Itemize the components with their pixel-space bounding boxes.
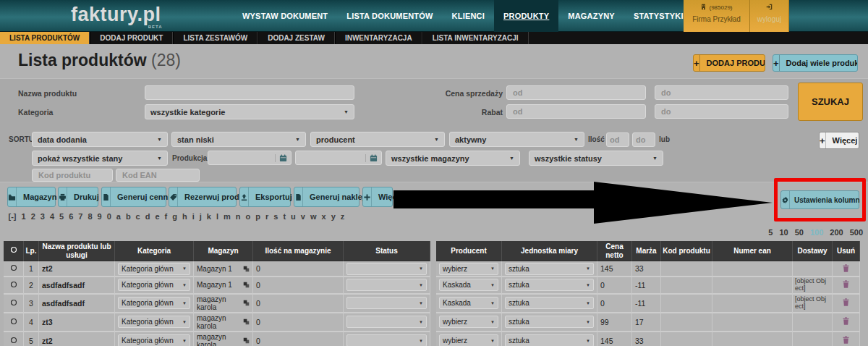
action-button-eksportuj[interactable]: Eksportuj <box>239 187 291 207</box>
page-size-200[interactable]: 200 <box>830 228 843 237</box>
status-select[interactable]: ▼ <box>346 316 427 328</box>
row-radio-button[interactable] <box>10 264 17 271</box>
alphabet-item-7[interactable]: 7 <box>76 212 85 221</box>
sort-select-4[interactable]: aktywny▼ <box>449 132 584 147</box>
page-size-5[interactable]: 5 <box>768 228 773 237</box>
product-name-input[interactable] <box>145 85 354 100</box>
trash-icon[interactable] <box>842 280 850 288</box>
alphabet-item-p[interactable]: p <box>253 212 263 221</box>
trash-icon[interactable] <box>842 317 850 325</box>
category-select[interactable]: Kategoria główn▼ <box>118 334 190 346</box>
tab-dodaj-produkt[interactable]: DODAJ PRODUKT <box>90 32 173 44</box>
action-button-więcej[interactable]: Więcej <box>362 187 393 207</box>
alphabet-item-3[interactable]: 3 <box>38 212 47 221</box>
tab-lista-zestawów[interactable]: LISTA ZESTAWÓW <box>173 32 258 44</box>
nav-item-wystaw-dokument[interactable]: WYSTAW DOKUMENT <box>233 0 337 32</box>
alphabet-item-x[interactable]: x <box>319 212 328 221</box>
discount-to-input[interactable] <box>655 104 788 119</box>
category-select[interactable]: wszystkie kategorie▼ <box>145 104 354 119</box>
alphabet-item-9[interactable]: 9 <box>95 212 104 221</box>
producer-select[interactable]: wybierz▼ <box>439 263 498 275</box>
add-many-products-button[interactable]: + Dodaj wiele produktów <box>773 54 858 72</box>
product-code-input[interactable] <box>32 169 113 182</box>
ean-code-input[interactable] <box>116 169 200 182</box>
logo[interactable]: faktury.pl BETA <box>71 4 161 26</box>
trash-icon[interactable] <box>842 336 850 344</box>
alphabet-item-6[interactable]: 6 <box>67 212 76 221</box>
alphabet-item-u[interactable]: u <box>289 212 299 221</box>
status-select[interactable]: ▼ <box>346 297 427 309</box>
alphabet-item-v[interactable]: v <box>298 212 307 221</box>
category-select[interactable]: Kategoria główn▼ <box>118 263 190 275</box>
nav-item-produkty[interactable]: PRODUKTY <box>494 0 558 32</box>
tab-inwentaryzacja[interactable]: INWENTARYZACJA <box>335 32 422 44</box>
action-button-drukuj[interactable]: Drukuj <box>58 187 98 207</box>
alphabet-item-t[interactable]: t <box>281 212 289 221</box>
transfer-squares-icon[interactable] <box>243 266 250 272</box>
alphabet-item-4[interactable]: 4 <box>47 212 56 221</box>
page-size-10[interactable]: 10 <box>779 228 788 237</box>
tab-lista-produktów[interactable]: LISTA PRODUKTÓW <box>0 32 90 44</box>
producer-select[interactable]: Kaskada▼ <box>439 279 498 291</box>
alphabet-item-z[interactable]: z <box>338 212 347 221</box>
alphabet-item-m[interactable]: m <box>221 212 234 221</box>
quantity-to-input[interactable] <box>632 132 655 147</box>
producer-select[interactable]: wybierz▼ <box>439 316 498 328</box>
page-size-50[interactable]: 50 <box>795 228 804 237</box>
transfer-squares-icon[interactable] <box>243 282 250 288</box>
category-select[interactable]: Kategoria główn▼ <box>118 316 190 328</box>
alphabet-item-g[interactable]: g <box>170 212 180 221</box>
nav-item-klienci[interactable]: KLIENCI <box>443 0 494 32</box>
row-radio-button[interactable] <box>10 299 17 306</box>
producer-select[interactable]: Kaskada▼ <box>439 297 498 309</box>
transfer-squares-icon[interactable] <box>243 318 250 325</box>
tab-dodaj-zestaw[interactable]: DODAJ ZESTAW <box>258 32 335 44</box>
alphabet-item-8[interactable]: 8 <box>85 212 95 221</box>
sort-select-3[interactable]: producent▼ <box>310 132 445 147</box>
alphabet-item-c[interactable]: c <box>133 212 142 221</box>
alphabet-item-d[interactable]: d <box>142 212 153 221</box>
more-filters-button[interactable]: + Więcej <box>819 132 859 149</box>
alphabet-item-i[interactable]: i <box>190 212 197 221</box>
production-date-to-input[interactable] <box>295 151 382 165</box>
states-select[interactable]: pokaż wszystkie stany▼ <box>32 151 168 166</box>
alphabet-item-j[interactable]: j <box>197 212 204 221</box>
row-radio-button[interactable] <box>10 337 17 344</box>
sort-select-2[interactable]: stan niski▼ <box>171 132 306 147</box>
page-size-100[interactable]: 100 <box>810 228 823 237</box>
alphabet-item-2[interactable]: 2 <box>28 212 38 221</box>
status-select[interactable]: ▼ <box>346 279 427 291</box>
status-select[interactable]: ▼ <box>346 263 427 275</box>
alphabet-item-b[interactable]: b <box>123 212 133 221</box>
quantity-from-input[interactable] <box>606 132 629 147</box>
alphabet-item-y[interactable]: y <box>328 212 338 221</box>
column-settings-button[interactable]: Ustawienia kolumn <box>780 190 859 209</box>
alphabet-item-n[interactable]: n <box>233 212 243 221</box>
row-radio-button[interactable] <box>10 281 17 288</box>
alphabet-item-r[interactable]: r <box>263 212 271 221</box>
discount-from-input[interactable] <box>506 104 646 119</box>
status-select[interactable]: ▼ <box>346 334 427 346</box>
unit-select[interactable]: sztuka▼ <box>505 297 594 309</box>
action-button-generuj-cennik[interactable]: Generuj cennik <box>101 187 166 207</box>
account-company-button[interactable]: (985029) Firma Przykład <box>684 0 750 32</box>
transfer-squares-icon[interactable] <box>243 300 250 306</box>
production-date-from-input[interactable] <box>208 151 292 165</box>
nav-item-lista-dokumentów[interactable]: LISTA DOKUMENTÓW <box>337 0 442 32</box>
category-select[interactable]: Kategoria główn▼ <box>118 279 190 291</box>
action-button-rezerwuj-produkt[interactable]: Rezerwuj produkt <box>169 187 237 207</box>
trash-icon[interactable] <box>842 264 850 272</box>
alphabet-item-s[interactable]: s <box>271 212 281 221</box>
unit-select[interactable]: sztuka▼ <box>505 316 594 328</box>
alphabet-item-1[interactable]: 1 <box>19 212 28 221</box>
price-to-input[interactable] <box>655 85 788 100</box>
alphabet-item-o[interactable]: o <box>243 212 253 221</box>
unit-select[interactable]: sztuka▼ <box>505 334 594 346</box>
alphabet-item-5[interactable]: 5 <box>57 212 67 221</box>
unit-select[interactable]: sztuka▼ <box>505 263 594 275</box>
nav-item-magazyny[interactable]: MAGAZYNY <box>558 0 624 32</box>
trash-icon[interactable] <box>842 298 850 306</box>
alphabet-item-a[interactable]: a <box>114 212 123 221</box>
unit-select[interactable]: sztuka▼ <box>505 279 594 291</box>
producer-select[interactable]: wybierz▼ <box>439 334 498 346</box>
